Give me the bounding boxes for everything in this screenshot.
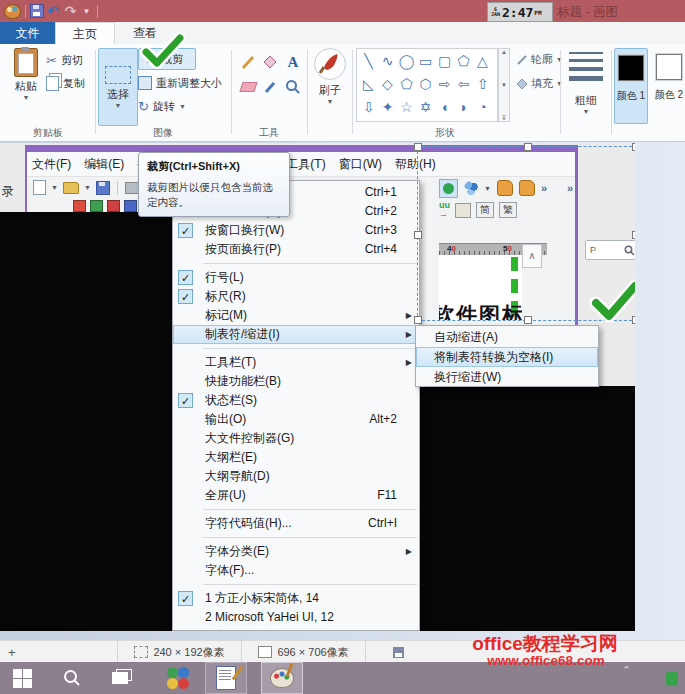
shape-cell[interactable]: ◔: [473, 96, 492, 119]
menu-item[interactable]: 大纲导航(D): [173, 467, 419, 486]
menu-item[interactable]: 标记(M)▶: [173, 306, 419, 325]
magnifier-icon[interactable]: [283, 77, 303, 97]
color2-button[interactable]: 颜色 2: [652, 48, 685, 124]
app-menu-item[interactable]: 文件(F): [32, 156, 71, 173]
paste-button[interactable]: 粘贴 ▼: [6, 48, 46, 101]
copy-button[interactable]: 复制: [46, 73, 85, 93]
color1-button[interactable]: 颜色 1: [614, 48, 648, 124]
tab-file[interactable]: 文件: [0, 22, 55, 44]
tab-home[interactable]: 主页: [55, 22, 115, 44]
paint-canvas[interactable]: 文件(F)编辑(E)搜索(S)视图(V)宏(M)工具(T)窗口(W)帮助(H) …: [0, 143, 635, 631]
taskbar-app-paint[interactable]: [261, 662, 303, 694]
text-icon[interactable]: A: [283, 52, 303, 72]
shape-gallery-scrollbar[interactable]: ▲▼⊽: [498, 48, 510, 122]
table-icon[interactable]: [90, 200, 103, 212]
open-folder-icon[interactable]: [63, 182, 79, 194]
shape-cell[interactable]: ◯: [397, 50, 416, 73]
save-icon[interactable]: [30, 4, 44, 18]
shape-cell[interactable]: ⬡: [416, 73, 435, 96]
app-menu-item[interactable]: 工具(T): [286, 156, 325, 173]
menu-item[interactable]: 2 Microsoft YaHei UI, 12: [173, 608, 419, 627]
menu-item[interactable]: 按页面换行(P)Ctrl+4: [173, 240, 419, 259]
shape-cell[interactable]: ◖: [435, 96, 454, 119]
cut-button[interactable]: ✂ 剪切: [46, 50, 83, 70]
shape-cell[interactable]: ╲: [359, 50, 378, 73]
menu-item[interactable]: 字符代码值(H)...Ctrl+I: [173, 514, 419, 533]
menu-item[interactable]: 自动缩进(A): [416, 327, 598, 347]
taskbar-app-emeditor[interactable]: [158, 662, 198, 694]
selection-handle[interactable]: [524, 143, 532, 151]
outline-button[interactable]: 轮廓▼: [516, 52, 563, 67]
selection-handle[interactable]: [414, 143, 422, 151]
shape-cell[interactable]: ⇦: [454, 73, 473, 96]
numbering-icon[interactable]: [73, 200, 86, 212]
start-button[interactable]: [0, 662, 45, 694]
menu-item[interactable]: ✓状态栏(S): [173, 391, 419, 410]
qat-dropdown-caret-icon[interactable]: ▼: [82, 7, 90, 16]
brushes-button[interactable]: 刷子 ▼: [310, 48, 350, 105]
fill-bucket-icon[interactable]: [260, 52, 280, 72]
select-button[interactable]: 选择 ▼: [98, 48, 138, 126]
tray-green-icon[interactable]: [666, 672, 678, 686]
shape-cell[interactable]: ⇨: [435, 73, 454, 96]
pencil-icon[interactable]: [238, 52, 258, 72]
scroll-down-icon[interactable]: ▼: [501, 82, 507, 88]
app-menu-item[interactable]: 编辑(E): [84, 156, 124, 173]
gallery-expand-icon[interactable]: ⊽: [502, 114, 506, 121]
selection-handle[interactable]: [632, 231, 635, 239]
menu-item[interactable]: ✓行号(L): [173, 268, 419, 287]
selection-handle[interactable]: [524, 316, 532, 324]
selection-handle[interactable]: [414, 231, 422, 239]
delete-icon[interactable]: [107, 200, 120, 212]
menu-item[interactable]: 将制表符转换为空格(I): [416, 347, 598, 367]
resize-button[interactable]: 重新调整大小: [138, 73, 234, 93]
shape-cell[interactable]: △: [473, 50, 492, 73]
shape-cell[interactable]: ▢: [435, 50, 454, 73]
rotate-button[interactable]: ↻ 旋转 ▼: [138, 96, 208, 116]
shape-cell[interactable]: ◗: [454, 96, 473, 119]
menu-item[interactable]: 字体分类(E)▶: [173, 542, 419, 561]
shape-cell[interactable]: ∿: [378, 50, 397, 73]
task-view-button[interactable]: [98, 662, 142, 694]
menu-item[interactable]: 换行缩进(W): [416, 367, 598, 387]
undo-icon[interactable]: ↶: [47, 3, 59, 19]
selection-handle[interactable]: [632, 143, 635, 151]
taskbar-search-button[interactable]: [50, 662, 94, 694]
menu-item[interactable]: 大文件控制器(G): [173, 429, 419, 448]
columns-icon[interactable]: [124, 200, 137, 212]
shape-cell[interactable]: ⬠: [397, 73, 416, 96]
shape-cell[interactable]: ▭: [416, 50, 435, 73]
menu-item[interactable]: 全屏(U)F11: [173, 486, 419, 505]
scroll-up-icon[interactable]: ▲: [501, 49, 507, 55]
shape-cell[interactable]: ⇧: [473, 73, 492, 96]
size-button[interactable]: 粗细 ▼: [564, 52, 608, 115]
shape-cell[interactable]: ⬠: [454, 50, 473, 73]
menu-item[interactable]: 快捷功能栏(B): [173, 372, 419, 391]
menu-item[interactable]: 3 方正大标宋简体, 14: [173, 627, 419, 631]
menu-item[interactable]: 制表符/缩进(I)▶: [173, 325, 419, 344]
selection-handle[interactable]: [414, 316, 422, 324]
color-picker-icon[interactable]: [260, 77, 280, 97]
new-document-icon[interactable]: [33, 180, 46, 195]
menu-item[interactable]: 工具栏(T)▶: [173, 353, 419, 372]
eraser-icon[interactable]: [238, 77, 258, 97]
menu-item[interactable]: 输出(O)Alt+2: [173, 410, 419, 429]
menu-item[interactable]: ✓标尺(R): [173, 287, 419, 306]
menu-item[interactable]: 字体(F)...: [173, 561, 419, 580]
app-menu-item[interactable]: 窗口(W): [339, 156, 382, 173]
menu-item[interactable]: 大纲栏(E): [173, 448, 419, 467]
outline-icon: [516, 54, 528, 66]
save-icon[interactable]: [96, 181, 110, 195]
shape-cell[interactable]: ✦: [378, 96, 397, 119]
shape-cell[interactable]: ◺: [359, 73, 378, 96]
redo-icon[interactable]: ↷: [65, 3, 77, 19]
shape-cell[interactable]: ⇩: [359, 96, 378, 119]
brush-icon: [314, 48, 346, 80]
shape-cell[interactable]: ✡: [416, 96, 435, 119]
menu-item[interactable]: ✓按窗口换行(W)Ctrl+3: [173, 221, 419, 240]
taskbar-app-notepad[interactable]: [205, 662, 247, 694]
shape-cell[interactable]: ◇: [378, 73, 397, 96]
fill-button[interactable]: 填充▼: [516, 76, 563, 91]
menu-item[interactable]: ✓1 方正小标宋简体, 14: [173, 589, 419, 608]
shape-cell[interactable]: ☆: [397, 96, 416, 119]
